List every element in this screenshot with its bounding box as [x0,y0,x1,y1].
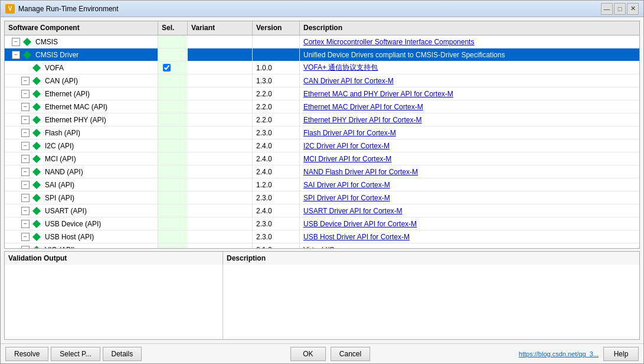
expand-icon[interactable]: − [21,77,30,85]
expand-icon[interactable]: − [21,207,30,215]
component-name-text: Ethernet PHY (API) [45,116,106,124]
description-link[interactable]: Cortex Microcontroller Software Interfac… [303,38,474,46]
expand-icon[interactable]: − [12,51,20,59]
component-icon [32,89,41,98]
expand-icon[interactable]: − [21,90,30,98]
variant-cell [188,217,253,230]
table-row[interactable]: −Ethernet MAC (API)2.2.0Ethernet MAC Dri… [5,100,639,113]
description-link[interactable]: USB Host Driver API for Cortex-M [303,233,410,241]
component-name-cell: −CMSIS [5,35,158,48]
table-row[interactable]: −SPI (API)2.3.0SPI Driver API for Cortex… [5,191,639,204]
component-icon [32,206,41,214]
details-button[interactable]: Details [103,347,142,361]
expand-icon[interactable]: − [21,142,30,150]
description-link[interactable]: VOFA+ 通信协议支持包 [303,63,378,73]
expand-icon[interactable]: − [21,155,30,163]
ok-button[interactable]: OK [290,347,326,361]
component-icon [23,37,31,46]
sel-cell [158,165,188,178]
col-variant: Variant [188,21,253,35]
expand-icon[interactable]: − [12,38,20,46]
component-icon [32,232,41,240]
description-link[interactable]: I2C Driver API for Cortex-M [303,142,390,150]
description-link[interactable]: MCI Driver API for Cortex-M [303,155,391,163]
close-button[interactable]: ✕ [627,3,639,15]
description-cell: NAND Flash Driver API for Cortex-M [300,165,639,178]
sel-cell [158,100,188,113]
expand-icon[interactable]: − [21,168,30,176]
footer-link[interactable]: https://blog.csdn.net/qq_3... [519,350,599,358]
description-link[interactable]: Virtual I/O [303,246,335,249]
description-link[interactable]: USB Device Driver API for Cortex-M [303,220,417,228]
sel-cell [158,217,188,230]
component-name-cell: −VIO (API) [5,243,158,248]
component-name-text: NAND (API) [45,168,83,176]
variant-cell [188,139,253,152]
description-link[interactable]: Unified Device Drivers compliant to CMSI… [303,51,505,59]
table-row[interactable]: −CAN (API)1.3.0CAN Driver API for Cortex… [5,74,639,87]
expand-icon[interactable]: − [21,194,30,202]
description-link[interactable]: Ethernet MAC Driver API for Cortex-M [303,103,423,111]
table-row[interactable]: −VIO (API)0.1.0Virtual I/O [5,243,639,248]
variant-cell [188,126,253,139]
component-name-text: Flash (API) [45,129,80,137]
table-row[interactable]: −Flash (API)2.3.0Flash Driver API for Co… [5,126,639,139]
description-link[interactable]: Flash Driver API for Cortex-M [303,129,396,137]
description-link[interactable]: SAI Driver API for Cortex-M [303,181,390,189]
resolve-button[interactable]: Resolve [5,347,48,361]
cancel-button[interactable]: Cancel [331,347,370,361]
validation-output-header: Validation Output [5,252,223,265]
help-button[interactable]: Help [603,347,639,361]
sel-cell [158,243,188,248]
variant-cell [188,113,253,126]
component-checkbox[interactable] [163,64,171,72]
footer-left-buttons: Resolve Select P... Details [5,347,142,361]
table-row[interactable]: −CMSISCortex Microcontroller Software In… [5,35,639,48]
description-cell: USART Driver API for Cortex-M [300,204,639,217]
component-name-text: Ethernet (API) [45,90,90,98]
table-row[interactable]: −USB Host (API)2.3.0USB Host Driver API … [5,230,639,243]
maximize-button[interactable]: □ [614,3,626,15]
expand-icon[interactable]: − [21,220,30,228]
select-p-button[interactable]: Select P... [51,347,100,361]
expand-icon[interactable]: − [21,233,30,241]
col-sel: Sel. [158,21,188,35]
component-icon [32,245,41,248]
description-link[interactable]: Ethernet MAC and PHY Driver API for Cort… [303,90,453,98]
expand-icon[interactable]: − [21,116,30,124]
variant-cell [188,100,253,113]
description-link[interactable]: NAND Flash Driver API for Cortex-M [303,168,418,176]
sel-cell [158,126,188,139]
table-row[interactable]: −Ethernet PHY (API)2.2.0Ethernet PHY Dri… [5,113,639,126]
table-row[interactable]: −SAI (API)1.2.0SAI Driver API for Cortex… [5,178,639,191]
sel-cell [158,191,188,204]
description-link[interactable]: CAN Driver API for Cortex-M [303,77,394,85]
version-cell: 0.1.0 [253,243,300,248]
title-controls: — □ ✕ [601,3,639,15]
expand-icon[interactable]: − [21,129,30,137]
component-icon [32,128,41,136]
expand-icon[interactable]: − [21,246,30,249]
component-name-text: I2C (API) [45,142,74,150]
table-row[interactable]: VOFA1.0.0VOFA+ 通信协议支持包 [5,61,639,74]
table-row[interactable]: −USB Device (API)2.3.0USB Device Driver … [5,217,639,230]
table-row[interactable]: −Ethernet (API)2.2.0Ethernet MAC and PHY… [5,87,639,100]
table-row[interactable]: −USART (API)2.4.0USART Driver API for Co… [5,204,639,217]
expand-icon[interactable]: − [21,103,30,111]
description-link[interactable]: USART Driver API for Cortex-M [303,207,403,215]
description-link[interactable]: SPI Driver API for Cortex-M [303,194,390,202]
description-link[interactable]: Ethernet PHY Driver API for Cortex-M [303,116,422,124]
table-row[interactable]: −CMSIS DriverUnified Device Drivers comp… [5,48,639,61]
description-cell: Ethernet MAC Driver API for Cortex-M [300,100,639,113]
component-icon [32,115,41,124]
table-row[interactable]: −MCI (API)2.4.0MCI Driver API for Cortex… [5,152,639,165]
table-row[interactable]: −NAND (API)2.4.0NAND Flash Driver API fo… [5,165,639,178]
component-name-cell: −MCI (API) [5,152,158,165]
version-cell: 2.3.0 [253,217,300,230]
table-row[interactable]: −I2C (API)2.4.0I2C Driver API for Cortex… [5,139,639,152]
component-icon [32,76,41,84]
expand-icon[interactable]: − [21,181,30,189]
minimize-button[interactable]: — [601,3,613,15]
component-icon [23,50,31,58]
col-description: Description [300,21,639,35]
